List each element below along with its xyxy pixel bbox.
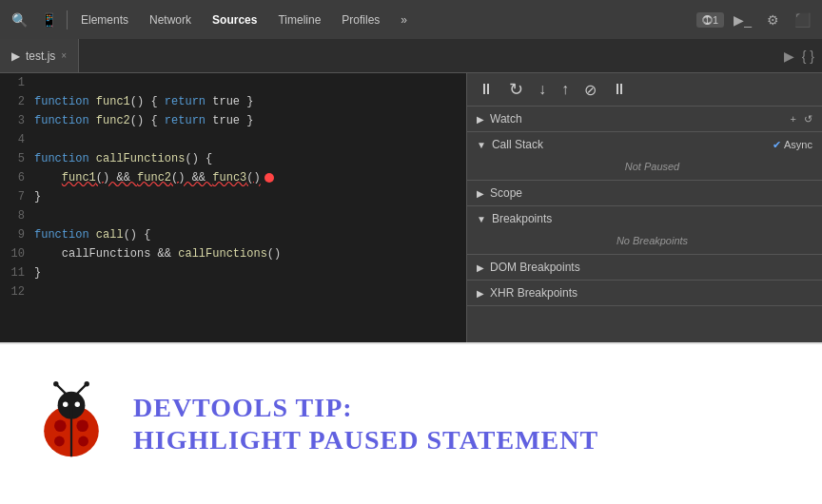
code-line-7: 7 }: [0, 187, 466, 206]
debug-panel: ⏸ ↻ ↓ ↑ ⊘ ⏸ ▶ Watch + ↺ ▼ Call Stack: [466, 73, 822, 342]
svg-point-6: [78, 436, 88, 447]
tab-more[interactable]: »: [391, 10, 417, 30]
xhr-breakpoints-arrow: ▶: [477, 288, 484, 299]
callstack-body: Not Paused: [467, 157, 822, 180]
promo-area: DevTools Tip: Highlight Paused Statement: [0, 342, 822, 504]
deactivate-button[interactable]: ⊘: [580, 79, 600, 101]
step-refresh-button[interactable]: ↻: [505, 77, 527, 102]
step-into-button[interactable]: ↑: [558, 79, 573, 100]
error-badge[interactable]: ⓵1: [696, 12, 724, 28]
callstack-section: ▼ Call Stack ✔ Async Not Paused: [467, 132, 822, 181]
file-tabbar: ▶ test.js × ▶ { }: [0, 39, 822, 73]
scope-arrow: ▶: [477, 188, 484, 199]
dock-icon[interactable]: ⬛: [789, 9, 816, 31]
async-label: Async: [784, 139, 812, 150]
callstack-label: Call Stack: [492, 138, 543, 151]
divider: [67, 10, 68, 29]
breakpoints-header[interactable]: ▼ Breakpoints: [467, 206, 822, 231]
scope-header[interactable]: ▶ Scope: [467, 181, 822, 205]
code-line-6: 6 func1() && func2() && func3(): [0, 168, 466, 187]
ladybug-icon: [29, 381, 114, 467]
mobile-icon[interactable]: 📱: [35, 9, 63, 31]
breakpoints-status: No Breakpoints: [616, 235, 688, 246]
code-panel[interactable]: 1 2 function func1() { return true } 3 f…: [0, 73, 466, 342]
watch-header[interactable]: ▶ Watch + ↺: [467, 107, 822, 131]
code-line-3: 3 function func2() { return true }: [0, 111, 466, 130]
breakpoints-section: ▼ Breakpoints No Breakpoints: [467, 206, 822, 255]
svg-point-12: [75, 402, 80, 407]
watch-arrow: ▶: [477, 114, 484, 125]
format-icon[interactable]: { }: [802, 48, 814, 64]
svg-point-5: [54, 436, 65, 447]
run-icon[interactable]: ▶: [784, 48, 794, 64]
code-line-2: 2 function func1() { return true }: [0, 92, 466, 111]
svg-point-8: [53, 381, 58, 386]
callstack-controls: ✔ Async: [773, 139, 812, 151]
svg-point-3: [54, 420, 67, 433]
scope-label: Scope: [490, 186, 522, 200]
settings-icon[interactable]: ⚙: [761, 9, 785, 31]
breakpoints-label: Breakpoints: [492, 212, 552, 225]
dom-breakpoints-header[interactable]: ▶ DOM Breakpoints: [467, 255, 822, 280]
main-area: 1 2 function func1() { return true } 3 f…: [0, 73, 822, 342]
tab-profiles[interactable]: Profiles: [332, 10, 389, 30]
code-line-1: 1: [0, 73, 466, 92]
xhr-breakpoints-section: ▶ XHR Breakpoints: [467, 281, 822, 306]
dom-breakpoints-section: ▶ DOM Breakpoints: [467, 255, 822, 281]
scope-section: ▶ Scope: [467, 181, 822, 206]
dom-breakpoints-arrow: ▶: [477, 262, 484, 273]
devtools-toolbar: 🔍 📱 Elements Network Sources Timeline Pr…: [0, 0, 822, 39]
code-line-11: 11 }: [0, 263, 466, 282]
tab-timeline[interactable]: Timeline: [268, 10, 330, 30]
code-line-12: 12: [0, 282, 466, 301]
watch-controls: + ↺: [791, 113, 812, 126]
code-line-5: 5 function callFunctions() {: [0, 149, 466, 168]
code-line-9: 9 function call() {: [0, 225, 466, 244]
tab-sources[interactable]: Sources: [203, 10, 266, 30]
step-over-button[interactable]: ↓: [535, 79, 550, 100]
search-icon[interactable]: 🔍: [6, 9, 33, 31]
promo-title-line1: DevTools Tip:: [133, 392, 598, 424]
file-tab-testjs[interactable]: ▶ test.js ×: [0, 39, 79, 72]
filename-label: test.js: [26, 49, 55, 63]
dom-breakpoints-label: DOM Breakpoints: [490, 261, 580, 274]
breakpoints-arrow: ▼: [477, 214, 486, 224]
svg-point-4: [76, 420, 88, 433]
tab-elements[interactable]: Elements: [71, 10, 138, 30]
watch-add-btn[interactable]: +: [791, 113, 796, 125]
async-toggle[interactable]: ✔ Async: [773, 139, 812, 151]
close-tab-icon[interactable]: ×: [61, 50, 67, 61]
console-icon[interactable]: ▶_: [728, 9, 757, 31]
watch-label: Watch: [490, 112, 522, 126]
code-line-8: 8: [0, 206, 466, 225]
file-tab-controls: ▶ { }: [784, 48, 822, 64]
svg-point-11: [63, 402, 68, 407]
promo-text: DevTools Tip: Highlight Paused Statement: [133, 392, 598, 456]
xhr-breakpoints-header[interactable]: ▶ XHR Breakpoints: [467, 281, 822, 305]
callstack-header[interactable]: ▼ Call Stack ✔ Async: [467, 132, 822, 157]
resume-button[interactable]: ⏸: [608, 79, 631, 100]
promo-title-line2: Highlight Paused Statement: [133, 424, 598, 456]
watch-section: ▶ Watch + ↺: [467, 107, 822, 132]
tab-network[interactable]: Network: [140, 10, 201, 30]
svg-point-10: [85, 381, 89, 386]
svg-line-7: [57, 385, 66, 394]
callstack-status: Not Paused: [625, 161, 679, 172]
callstack-arrow: ▼: [477, 140, 486, 150]
code-line-4: 4: [0, 130, 466, 149]
svg-line-9: [77, 385, 86, 394]
play-icon: ▶: [11, 49, 20, 63]
debug-toolbar: ⏸ ↻ ↓ ↑ ⊘ ⏸: [467, 73, 822, 107]
breakpoints-body: No Breakpoints: [467, 231, 822, 254]
watch-refresh-btn[interactable]: ↺: [804, 113, 812, 126]
xhr-breakpoints-label: XHR Breakpoints: [490, 286, 577, 300]
code-line-10: 10 callFunctions && callFunctions(): [0, 244, 466, 263]
pause-button[interactable]: ⏸: [475, 79, 498, 100]
toolbar-right: ⓵1 ▶_ ⚙ ⬛: [696, 9, 816, 31]
